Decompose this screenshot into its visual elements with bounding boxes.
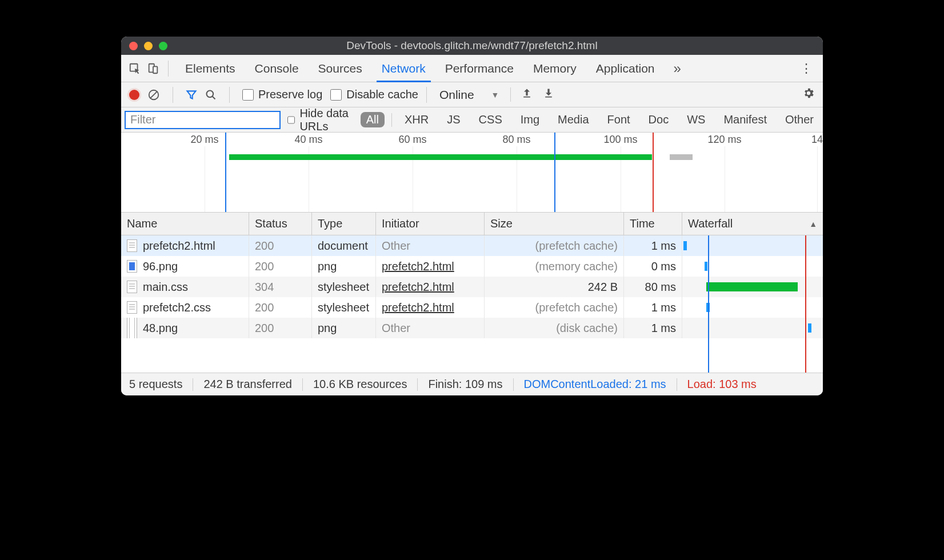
request-initiator: Other bbox=[382, 239, 410, 253]
filter-input[interactable] bbox=[125, 111, 281, 129]
svg-rect-8 bbox=[546, 97, 553, 98]
table-row[interactable]: 96.png200pngprefetch2.html(memory cache)… bbox=[121, 256, 823, 277]
record-button[interactable] bbox=[129, 90, 139, 100]
col-status[interactable]: Status bbox=[249, 213, 312, 235]
tab-network[interactable]: Network bbox=[372, 55, 435, 82]
filter-type-ws[interactable]: WS bbox=[681, 112, 711, 127]
request-initiator[interactable]: prefetch2.html bbox=[382, 260, 454, 273]
separator bbox=[229, 87, 230, 103]
table-row[interactable]: main.css304stylesheetprefetch2.html242 B… bbox=[121, 277, 823, 297]
sort-asc-icon: ▲ bbox=[809, 219, 817, 229]
preserve-log-label: Preserve log bbox=[258, 88, 322, 101]
hide-data-urls-checkbox[interactable]: Hide data URLs bbox=[287, 107, 354, 133]
table-header: Name Status Type Initiator Size Time Wat… bbox=[121, 213, 823, 235]
search-icon[interactable] bbox=[205, 89, 217, 101]
filter-type-css[interactable]: CSS bbox=[473, 112, 508, 127]
more-tabs-icon[interactable]: » bbox=[666, 61, 687, 77]
network-toolbar: Preserve log Disable cache Online ▼ bbox=[121, 82, 823, 107]
sb-resources: 10.6 KB resources bbox=[313, 378, 407, 391]
tab-performance[interactable]: Performance bbox=[435, 55, 523, 82]
tab-sources[interactable]: Sources bbox=[309, 55, 372, 82]
table-empty-area bbox=[121, 338, 823, 373]
filter-type-xhr[interactable]: XHR bbox=[399, 112, 434, 127]
request-type: stylesheet bbox=[312, 297, 376, 318]
filter-toggle-icon[interactable] bbox=[186, 89, 197, 101]
request-name: prefetch2.html bbox=[143, 239, 215, 253]
inspect-element-icon[interactable] bbox=[127, 61, 143, 77]
request-initiator[interactable]: prefetch2.html bbox=[382, 281, 454, 294]
svg-rect-2 bbox=[153, 66, 157, 73]
request-status: 304 bbox=[255, 281, 274, 294]
sb-dcl: DOMContentLoaded: 21 ms bbox=[524, 378, 666, 391]
request-time: 1 ms bbox=[624, 235, 682, 256]
preserve-log-checkbox[interactable]: Preserve log bbox=[242, 88, 322, 101]
sb-load: Load: 103 ms bbox=[687, 378, 757, 391]
window-title: DevTools - devtools.glitch.me/wndt77/pre… bbox=[121, 39, 823, 52]
filter-type-img[interactable]: Img bbox=[515, 112, 545, 127]
separator bbox=[173, 87, 173, 103]
col-type[interactable]: Type bbox=[312, 213, 376, 235]
request-name: main.css bbox=[143, 281, 188, 294]
request-status: 200 bbox=[255, 239, 274, 253]
request-type: stylesheet bbox=[312, 277, 376, 297]
throttling-select[interactable]: Online ▼ bbox=[426, 87, 503, 103]
upload-har-icon[interactable] bbox=[521, 87, 533, 102]
request-name: prefetch2.css bbox=[143, 301, 211, 314]
col-name[interactable]: Name bbox=[121, 213, 249, 235]
request-name: 96.png bbox=[143, 260, 178, 273]
filter-type-all[interactable]: All bbox=[361, 112, 385, 127]
tab-elements[interactable]: Elements bbox=[175, 55, 245, 82]
throttling-value: Online bbox=[439, 88, 474, 102]
separator bbox=[168, 61, 169, 77]
table-row[interactable]: prefetch2.html200documentOther(prefetch … bbox=[121, 235, 823, 256]
request-size: 242 B bbox=[588, 281, 618, 294]
filter-type-manifest[interactable]: Manifest bbox=[718, 112, 773, 127]
request-status: 200 bbox=[255, 260, 274, 273]
filter-type-media[interactable]: Media bbox=[552, 112, 594, 127]
table-row[interactable]: 48.png200pngOther(disk cache)1 ms bbox=[121, 318, 823, 338]
svg-line-6 bbox=[213, 96, 215, 99]
request-size: (disk cache) bbox=[556, 322, 618, 335]
disable-cache-checkbox[interactable]: Disable cache bbox=[330, 88, 418, 101]
tab-memory[interactable]: Memory bbox=[523, 55, 586, 82]
tabs-row: ElementsConsoleSourcesNetworkPerformance… bbox=[121, 55, 823, 82]
filter-type-js[interactable]: JS bbox=[441, 112, 466, 127]
kebab-menu-icon[interactable]: ⋮ bbox=[795, 61, 817, 76]
sb-finish: Finish: 109 ms bbox=[428, 378, 502, 391]
status-bar: 5 requests 242 B transferred 10.6 KB res… bbox=[121, 373, 823, 395]
sb-transferred: 242 B transferred bbox=[203, 378, 292, 391]
request-type: png bbox=[312, 256, 376, 277]
document-file-icon bbox=[127, 281, 137, 293]
document-file-icon bbox=[127, 301, 137, 314]
clear-button[interactable] bbox=[147, 89, 160, 101]
hide-data-urls-label: Hide data URLs bbox=[299, 107, 353, 133]
filter-type-other[interactable]: Other bbox=[779, 112, 819, 127]
toggle-device-icon[interactable] bbox=[145, 61, 161, 77]
document-file-icon bbox=[127, 239, 137, 252]
request-type: document bbox=[312, 235, 376, 256]
download-har-icon[interactable] bbox=[543, 87, 554, 102]
titlebar: DevTools - devtools.glitch.me/wndt77/pre… bbox=[121, 37, 823, 55]
devtools-window: DevTools - devtools.glitch.me/wndt77/pre… bbox=[121, 37, 823, 395]
col-size[interactable]: Size bbox=[485, 213, 624, 235]
load-marker bbox=[653, 133, 654, 212]
request-initiator[interactable]: prefetch2.html bbox=[382, 301, 454, 314]
svg-line-4 bbox=[150, 91, 158, 98]
request-name: 48.png bbox=[143, 322, 178, 335]
timeline-overview[interactable]: 20 ms40 ms60 ms80 ms100 ms120 ms14 bbox=[121, 133, 823, 213]
svg-rect-7 bbox=[524, 97, 531, 98]
dcl-marker bbox=[554, 133, 555, 212]
filter-type-font[interactable]: Font bbox=[602, 112, 636, 127]
request-time: 1 ms bbox=[624, 318, 682, 338]
tab-console[interactable]: Console bbox=[245, 55, 309, 82]
settings-icon[interactable] bbox=[802, 87, 815, 102]
chevron-down-icon: ▼ bbox=[491, 90, 499, 99]
col-time[interactable]: Time bbox=[624, 213, 682, 235]
table-row[interactable]: prefetch2.css200stylesheetprefetch2.html… bbox=[121, 297, 823, 318]
col-waterfall[interactable]: Waterfall▲ bbox=[682, 213, 823, 235]
col-initiator[interactable]: Initiator bbox=[376, 213, 485, 235]
request-time: 80 ms bbox=[624, 277, 682, 297]
filter-type-doc[interactable]: Doc bbox=[643, 112, 675, 127]
image-file-icon bbox=[127, 318, 137, 338]
tab-application[interactable]: Application bbox=[586, 55, 665, 82]
